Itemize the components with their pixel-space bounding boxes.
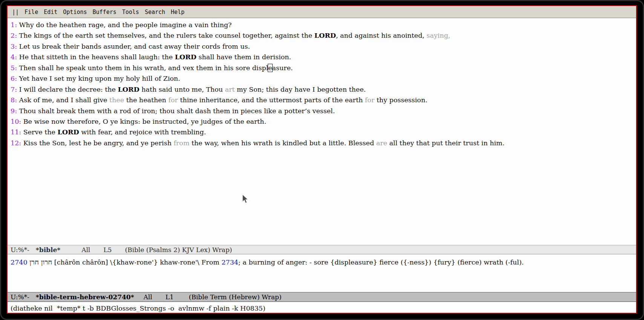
added-word-muted: thee (109, 96, 124, 104)
divine-name-bold: LORD (58, 128, 79, 136)
modeline-line-number: L1 (166, 293, 174, 301)
verse-number: 3: (11, 43, 17, 50)
menu-item-search[interactable]: Search (145, 9, 165, 15)
hebrew-word: חרון חרן (29, 258, 52, 266)
modeline-flags: U:%*- (11, 293, 29, 301)
text-segment: The kings of the earth set themselves, a… (19, 32, 314, 39)
verse-line[interactable]: 8: Ask of me, and I shall give thee the … (11, 95, 633, 105)
added-word-muted: for (168, 96, 178, 104)
strongs-number-link[interactable]: 2740 (11, 258, 28, 266)
divine-name-bold: LORD (118, 86, 139, 93)
text-segment: Ask of me, and I shall give (19, 96, 109, 104)
verse-line[interactable]: 10: Be wise now therefore, O ye kings: b… (11, 116, 633, 127)
text-segment: thy possession. (374, 96, 427, 104)
verse-line[interactable]: 11: Serve the LORD with fear, and rejoic… (11, 127, 633, 137)
text-segment: Be wise now therefore, O ye kings: be in… (23, 118, 266, 125)
verse-line[interactable]: 6: Yet have I set my king upon my holy h… (11, 73, 633, 84)
divine-name-bold: LORD (314, 32, 336, 39)
verse-line[interactable]: 5: Then shall he speak unto them in his … (11, 63, 633, 73)
modeline-modes[interactable]: (Bible Term (Hebrew) Wrap) (189, 293, 282, 301)
verse-line[interactable]: 1: Why do the heathen rage, and the peop… (11, 20, 633, 30)
verse-line[interactable]: 4: He that sitteth in the heavens shall … (11, 52, 633, 62)
text-segment: ; a burning of anger: - sore {displeasur… (238, 258, 524, 266)
added-word-muted: art (225, 86, 235, 93)
text-segment: shall have them in derision. (196, 53, 291, 61)
menu-bar: ||FileEditOptionsBuffersToolsSearchHelp (8, 6, 636, 18)
modeline-bible[interactable]: U:%*- *bible* All L5 (Bible (Psalms 2) K… (8, 245, 636, 254)
bible-buffer[interactable]: 1: Why do the heathen rage, and the peop… (8, 18, 636, 245)
verse-number: 7: (11, 86, 17, 93)
verse-number: 6: (11, 75, 17, 82)
verse-line[interactable]: 12: Kiss the Son, lest he be angry, and … (11, 138, 633, 148)
modeline-position: All (81, 246, 90, 254)
verse-number: 1: (11, 21, 17, 29)
text-segment: thine inheritance, and the uttermost par… (178, 96, 365, 104)
text-segment: the heathen (124, 96, 168, 104)
text-segment: He that sitteth in the heavens shall lau… (19, 53, 175, 61)
modeline-line-number: L5 (103, 246, 112, 254)
strongs-number-link[interactable]: 2734 (221, 258, 238, 266)
text-segment: , and against his anointed, (336, 32, 426, 39)
menu-item-edit[interactable]: Edit (44, 9, 57, 15)
modeline-position: All (144, 293, 152, 301)
text-segment: [chârôn chârôn] \{khaw-rone'} khaw-rone'… (52, 258, 221, 266)
verse-number: 9: (11, 107, 17, 115)
text-segment: all they that put their trust in him. (387, 139, 504, 147)
divine-name-bold: LORD (175, 53, 196, 61)
verse-line[interactable]: 2: The kings of the earth set themselves… (11, 30, 633, 41)
verse-number: 12: (11, 139, 21, 147)
verse-number: 5: (11, 64, 17, 72)
verse-number: 10: (11, 118, 21, 125)
menu-item-[interactable]: || (12, 9, 19, 15)
modeline-buffer-name[interactable]: *bible-term-hebrew-02740* (36, 293, 134, 301)
text-segment: Yet have I set my king upon my holy hill… (19, 75, 180, 82)
minibuffer[interactable]: (diatheke nil *temp* t -b BDBGlosses_Str… (8, 302, 636, 313)
text-segment: Serve the (23, 128, 58, 136)
text-segment: Kiss the Son, lest he be angry, and ye p… (23, 139, 174, 147)
text-cursor: e (268, 64, 272, 72)
text-segment: the way, when his wrath is kindled but a… (189, 139, 376, 147)
verse-number: 11: (11, 128, 21, 136)
text-segment: with fear, and rejoice with trembling. (79, 128, 206, 136)
text-segment: hath said unto me, Thou (140, 86, 225, 93)
echo-area-text: (diatheke nil *temp* t -b BDBGlosses_Str… (11, 305, 265, 312)
added-word-muted: are (376, 139, 387, 147)
menu-item-buffers[interactable]: Buffers (93, 9, 117, 15)
menu-item-help[interactable]: Help (171, 9, 184, 15)
verse-number: 2: (11, 32, 17, 39)
text-segment: Then shall he speak unto them in his wra… (19, 64, 268, 72)
modeline-modes[interactable]: (Bible (Psalms 2) KJV Lex) Wrap) (125, 246, 232, 254)
lexicon-buffer[interactable]: 2740 חרון חרן [chârôn chârôn] \{khaw-ron… (8, 254, 636, 292)
text-segment: Why do the heathen rage, and the people … (19, 21, 232, 29)
emacs-frame: ||FileEditOptionsBuffersToolsSearchHelp … (0, 0, 644, 320)
verse-number: 8: (11, 96, 17, 104)
verse-line[interactable]: 3: Let us break their bands asunder, and… (11, 41, 633, 52)
text-segment: my Son; this day have I begotten thee. (235, 86, 366, 93)
verse-number: 4: (11, 53, 17, 61)
menu-item-file[interactable]: File (25, 9, 38, 15)
modeline-lexicon[interactable]: U:%*- *bible-term-hebrew-02740* All L1 (… (8, 292, 636, 302)
text-segment: I will declare the decree: the (19, 86, 118, 93)
added-word-muted: for (365, 96, 374, 104)
verse-line[interactable]: 7: I will declare the decree: the LORD h… (11, 84, 633, 95)
verse-line[interactable]: 9: Thou shalt break them with a rod of i… (11, 106, 633, 116)
emacs-window: ||FileEditOptionsBuffersToolsSearchHelp … (7, 5, 637, 314)
text-segment: Thou shalt break them with a rod of iron… (19, 107, 335, 115)
modeline-flags: U:%*- (11, 246, 29, 254)
lexicon-entry: 2740 חרון חרן [chârôn chârôn] \{khaw-ron… (11, 257, 633, 267)
menu-item-tools[interactable]: Tools (122, 9, 139, 15)
modeline-buffer-name[interactable]: *bible* (36, 246, 60, 254)
text-segment: Let us break their bands asunder, and ca… (19, 43, 250, 50)
added-word-muted: saying, (426, 32, 450, 39)
added-word-muted: from (174, 139, 190, 147)
text-segment: asure. (272, 64, 293, 72)
menu-item-options[interactable]: Options (63, 9, 87, 15)
